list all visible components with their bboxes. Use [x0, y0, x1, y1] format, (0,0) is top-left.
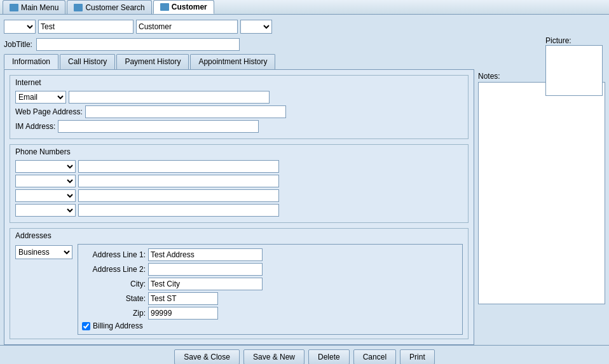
- billing-row: Billing Address: [82, 321, 458, 330]
- last-name-input[interactable]: [136, 20, 238, 34]
- city-label: City:: [82, 280, 146, 288]
- phone-input-4[interactable]: [78, 204, 279, 217]
- notes-textarea[interactable]: [478, 82, 605, 304]
- email-row: Email Email2 Email3: [15, 91, 463, 104]
- zip-label: Zip:: [82, 309, 146, 318]
- tab-call-history-label: Call History: [68, 57, 107, 66]
- suffix-select[interactable]: Jr. Sr. II III: [240, 20, 272, 34]
- cancel-button[interactable]: Cancel: [353, 349, 396, 364]
- addr-line1-input[interactable]: [148, 248, 263, 261]
- information-tab-content: Internet Email Email2 Email3: [4, 70, 474, 345]
- phone-type-select-4[interactable]: HomeWorkMobileFax: [15, 204, 76, 217]
- webpage-label: Web Page Address:: [15, 107, 83, 116]
- search-icon: [74, 4, 83, 11]
- phone-row-1: HomeWorkMobileFax: [15, 160, 463, 173]
- addresses-section: Addresses Business Home Other Address Li…: [10, 228, 469, 339]
- person-icon: [160, 3, 169, 11]
- address-type-select[interactable]: Business Home Other: [15, 245, 72, 259]
- addr-line2-row: Address Line 2:: [82, 263, 458, 276]
- addr-line2-label: Address Line 2:: [82, 265, 146, 274]
- phone-input-2[interactable]: [78, 175, 279, 187]
- tab-call-history[interactable]: Call History: [60, 54, 115, 69]
- email-input[interactable]: [69, 91, 270, 104]
- tab-customer-search-label: Customer Search: [85, 3, 144, 12]
- right-notes-area: Notes:: [478, 54, 605, 345]
- inner-content: Picture: Mr. Mrs. Ms. Dr. Jr. Sr. II III: [0, 15, 609, 345]
- state-row: State:: [82, 292, 458, 305]
- address-fields: Address Line 1: Address Line 2: City:: [78, 244, 463, 335]
- im-label: IM Address:: [15, 122, 55, 131]
- first-name-input[interactable]: [38, 20, 133, 34]
- addr-line2-input[interactable]: [148, 263, 263, 276]
- internet-section: Internet Email Email2 Email3: [10, 75, 469, 139]
- im-input[interactable]: [58, 120, 259, 133]
- addr-line1-label: Address Line 1:: [82, 250, 146, 259]
- phone-row-4: HomeWorkMobileFax: [15, 204, 463, 217]
- billing-checkbox[interactable]: [82, 322, 90, 330]
- phone-section: Phone Numbers HomeWorkMobileFax HomeWork…: [10, 144, 469, 223]
- address-inner: Business Home Other Address Line 1:: [15, 244, 463, 335]
- middle-section: Information Call History Payment History…: [4, 54, 605, 345]
- tab-main-menu[interactable]: Main Menu: [3, 0, 65, 14]
- tab-bar: Main Menu Customer Search Customer: [0, 0, 609, 15]
- picture-label: Picture:: [545, 36, 571, 45]
- webpage-row: Web Page Address:: [15, 105, 463, 118]
- delete-button[interactable]: Delete: [308, 349, 350, 364]
- tab-information-label: Information: [12, 57, 50, 66]
- home-icon: [10, 4, 18, 11]
- phone-type-select-2[interactable]: HomeWorkMobileFax: [15, 175, 76, 187]
- city-input[interactable]: [148, 278, 263, 290]
- tab-information[interactable]: Information: [4, 54, 58, 69]
- prefix-select[interactable]: Mr. Mrs. Ms. Dr.: [4, 20, 36, 34]
- tab-appointment-history-label: Appointment History: [198, 57, 267, 66]
- save-new-button[interactable]: Save & New: [243, 349, 304, 364]
- picture-area: Picture:: [545, 36, 603, 96]
- tab-appointment-history[interactable]: Appointment History: [190, 54, 275, 69]
- jobtitle-input[interactable]: [36, 38, 240, 51]
- internet-section-title: Internet: [15, 78, 463, 87]
- tab-payment-history-label: Payment History: [125, 57, 181, 66]
- phone-type-select-1[interactable]: HomeWorkMobileFax: [15, 160, 76, 173]
- email-type-select[interactable]: Email Email2 Email3: [15, 91, 66, 104]
- tab-customer-search[interactable]: Customer Search: [67, 0, 151, 14]
- state-label: State:: [82, 294, 146, 303]
- zip-row: Zip:: [82, 307, 458, 320]
- picture-box: [545, 45, 603, 96]
- phone-section-title: Phone Numbers: [15, 147, 463, 156]
- save-close-button[interactable]: Save & Close: [174, 349, 240, 364]
- webpage-input[interactable]: [85, 105, 286, 118]
- jobtitle-row: JobTitle:: [4, 37, 605, 51]
- top-form-row: Mr. Mrs. Ms. Dr. Jr. Sr. II III: [4, 18, 605, 35]
- tab-main-menu-label: Main Menu: [21, 3, 58, 12]
- inner-tab-bar: Information Call History Payment History…: [4, 54, 474, 70]
- bottom-bar: Save & Close Save & New Delete Cancel Pr…: [0, 345, 609, 364]
- tab-payment-history[interactable]: Payment History: [116, 54, 189, 69]
- left-tabs-area: Information Call History Payment History…: [4, 54, 474, 345]
- zip-input[interactable]: [148, 307, 218, 320]
- print-button[interactable]: Print: [400, 349, 435, 364]
- billing-label: Billing Address: [93, 321, 143, 330]
- phone-row-2: HomeWorkMobileFax: [15, 175, 463, 187]
- im-row: IM Address:: [15, 120, 463, 133]
- phone-row-3: HomeWorkMobileFax: [15, 189, 463, 202]
- main-window: Main Menu Customer Search Customer Pictu…: [0, 0, 609, 364]
- phone-type-select-3[interactable]: HomeWorkMobileFax: [15, 189, 76, 202]
- addr-line1-row: Address Line 1:: [82, 248, 458, 261]
- tab-customer-label: Customer: [172, 3, 207, 11]
- city-row: City:: [82, 278, 458, 290]
- phone-input-1[interactable]: [78, 160, 279, 173]
- jobtitle-label: JobTitle:: [4, 40, 32, 49]
- state-input[interactable]: [148, 292, 218, 305]
- tab-customer[interactable]: Customer: [153, 0, 214, 14]
- phone-input-3[interactable]: [78, 189, 279, 202]
- addresses-section-title: Addresses: [15, 231, 463, 240]
